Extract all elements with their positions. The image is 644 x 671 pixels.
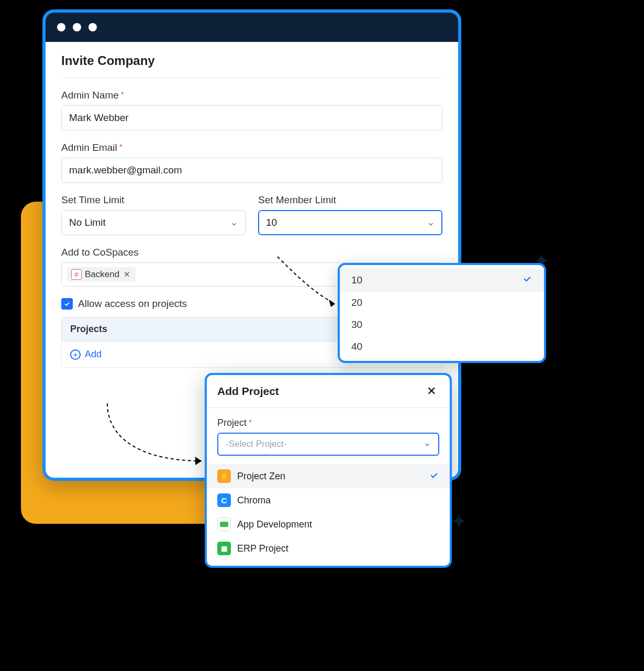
project-field-label-text: Project: [217, 417, 247, 428]
chevron-down-icon: [230, 219, 238, 226]
member-limit-select[interactable]: 10: [258, 210, 442, 235]
option-label: 10: [351, 274, 362, 286]
check-icon: [522, 273, 532, 287]
project-select[interactable]: -Select Project-: [217, 433, 439, 456]
project-select-placeholder: -Select Project-: [226, 439, 286, 449]
window-dot-icon: [73, 23, 81, 31]
admin-email-label: Admin Email*: [61, 142, 442, 153]
admin-name-label-text: Admin Name: [61, 90, 119, 101]
time-limit-label: Set Time Limit: [61, 194, 246, 206]
project-field-label: Project*: [217, 417, 439, 428]
option-label: 40: [351, 341, 362, 353]
required-asterisk-icon: *: [121, 90, 124, 98]
project-option-label: Chroma: [237, 495, 271, 506]
project-option-label: ERP Project: [237, 543, 288, 554]
member-limit-value: 10: [266, 217, 277, 228]
member-limit-option[interactable]: 20: [340, 292, 544, 314]
project-option[interactable]: ⚡Project Zen: [207, 464, 450, 488]
window-dot-icon: [88, 23, 97, 31]
chip-remove-icon[interactable]: ✕: [123, 270, 131, 279]
modal-title: Invite Company: [61, 53, 442, 78]
close-icon[interactable]: ✕: [424, 383, 439, 399]
project-option[interactable]: ◼ERP Project: [207, 536, 450, 560]
plus-circle-icon: +: [70, 349, 81, 360]
required-asterisk-icon: *: [119, 142, 123, 151]
admin-email-field[interactable]: [61, 158, 442, 183]
project-option[interactable]: App Development: [207, 512, 450, 536]
allow-access-checkbox[interactable]: [61, 298, 73, 310]
member-limit-option[interactable]: 40: [340, 336, 544, 358]
project-app-icon: ⚡: [217, 469, 231, 483]
sparkle-icon: ✦: [451, 511, 466, 532]
check-icon: [429, 470, 439, 483]
chevron-down-icon: [424, 441, 431, 448]
project-app-icon: ◼: [217, 542, 231, 555]
cospace-chip-label: Backend: [85, 269, 119, 280]
option-label: 20: [351, 297, 362, 309]
project-app-icon: [217, 518, 231, 531]
window-dot-icon: [57, 23, 65, 31]
project-option-label: Project Zen: [237, 471, 285, 482]
project-option-list: ⚡Project ZenCChromaApp Development◼ERP P…: [207, 463, 450, 566]
hash-icon: #: [71, 269, 82, 280]
allow-access-label: Allow access on projects: [78, 298, 187, 310]
time-limit-select[interactable]: No Limit: [61, 210, 246, 235]
add-project-modal: Add Project ✕ Project* -Select Project- …: [205, 373, 452, 568]
project-app-icon: C: [217, 493, 231, 507]
admin-name-label: Admin Name*: [61, 90, 442, 101]
member-limit-option[interactable]: 10: [340, 268, 544, 292]
option-label: 30: [351, 319, 362, 331]
admin-email-label-text: Admin Email: [61, 142, 117, 153]
member-limit-label: Set Member Limit: [258, 194, 442, 206]
add-label: Add: [85, 349, 102, 360]
chevron-down-icon: [427, 219, 435, 226]
project-option-label: App Development: [237, 519, 312, 530]
time-limit-value: No Limit: [69, 217, 106, 228]
cospaces-label: Add to CoSpaces: [61, 247, 442, 258]
cospace-chip: # Backend ✕: [67, 267, 136, 282]
member-limit-option[interactable]: 30: [340, 314, 544, 336]
admin-name-field[interactable]: [61, 105, 442, 130]
window-titlebar: [46, 13, 458, 42]
project-option[interactable]: CChroma: [207, 488, 450, 512]
required-asterisk-icon: *: [249, 417, 252, 426]
member-limit-dropdown: 10203040: [338, 263, 546, 363]
add-project-title: Add Project: [217, 385, 279, 398]
